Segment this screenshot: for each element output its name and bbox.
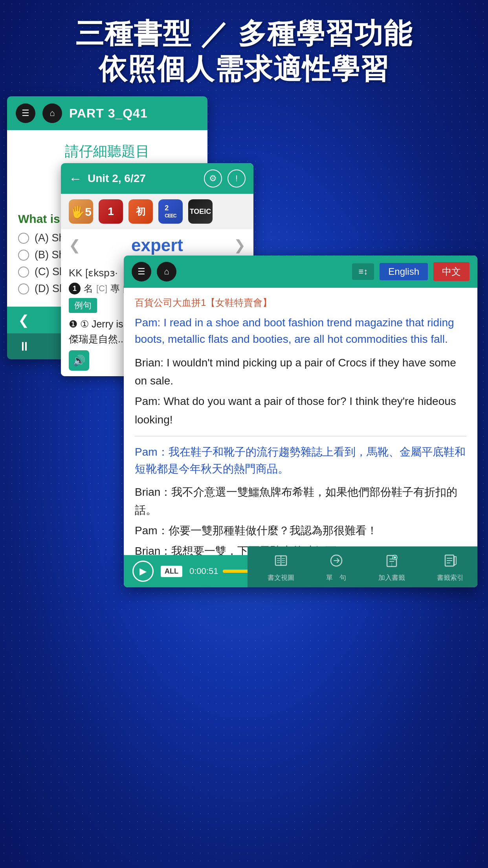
toolbar-item-bookmark[interactable]: 加入書籤 (378, 554, 405, 582)
reading-body: 百貨公司大血拼1【女鞋特賣會】 Pam: I read in a shoe an… (124, 288, 477, 555)
reading-panel: ☰ ⌂ ≡↕ English 中文 百貨公司大血拼1【女鞋特賣會】 Pam: I… (124, 256, 477, 587)
reading-en-pam2: Pam: What do you want a pair of those fo… (135, 392, 466, 428)
radio-b[interactable] (18, 250, 29, 261)
title-line2: 依照個人需求適性學習 (0, 51, 488, 86)
radio-c[interactable] (18, 267, 29, 278)
badge-toeic[interactable]: TOEIC (188, 199, 213, 224)
radio-a[interactable] (18, 233, 29, 244)
audio-label: ALL (161, 566, 182, 577)
bookmark-label: 加入書籤 (378, 574, 405, 582)
list-icon[interactable]: ☰ (16, 103, 35, 123)
pos-num: 1 (69, 283, 81, 294)
quiz-header: ☰ ⌂ PART 3_Q41 (7, 96, 207, 130)
play-button[interactable]: ▶ (132, 561, 154, 582)
quiz-listen: 請仔細聽題目 (18, 142, 196, 161)
dict-icons: 🖐5 1 初 2CEEC TOEIC (61, 194, 253, 229)
home-icon[interactable]: ⌂ (42, 103, 62, 123)
unit-title: Unit 2, 6/27 (88, 172, 198, 185)
reading-en-brian1: Brian: I wouldn't mind picking up a pair… (135, 354, 466, 390)
prev-button[interactable]: ❮ (18, 312, 29, 328)
bookview-icon (274, 554, 288, 571)
title-area: 三種書型 ／ 多種學習功能 依照個人需求適性學習 (0, 16, 488, 86)
reading-home-icon[interactable]: ⌂ (157, 262, 176, 281)
bookmark-index-icon (443, 554, 457, 571)
toolbar-item-bookview[interactable]: 書文視圖 (268, 554, 294, 582)
toolbar-item-bookmark-index[interactable]: 書籤索引 (437, 554, 464, 582)
radio-d[interactable] (18, 283, 29, 294)
dict-header: ← Unit 2, 6/27 ⚙ ! (61, 163, 253, 194)
prev-word-button[interactable]: ❮ (69, 237, 81, 254)
example-num: ❶ (69, 318, 80, 329)
lang-switch-button[interactable]: ≡↕ (352, 263, 374, 280)
chinese-lang-button[interactable]: 中文 (433, 262, 470, 281)
sound-button[interactable]: 🔊 (69, 350, 89, 371)
reading-list-icon[interactable]: ☰ (132, 262, 151, 281)
pos-meaning: 專 (110, 282, 120, 295)
info-icon[interactable]: ! (227, 169, 246, 188)
badge-1[interactable]: 1 (99, 199, 123, 224)
pos-bracket: [C] (96, 283, 107, 294)
pause-button[interactable]: ⏸ (18, 339, 31, 354)
badge-2[interactable]: 2CEEC (158, 199, 183, 224)
next-word-button[interactable]: ❯ (234, 237, 246, 254)
bookmark-icon (385, 554, 399, 571)
bookmark-index-label: 書籤索引 (437, 574, 464, 582)
reading-en-pam: Pam: I read in a shoe and boot fashion t… (135, 314, 466, 348)
single-label: 單 句 (326, 574, 346, 582)
badge-init[interactable]: 初 (128, 199, 153, 224)
settings-icon[interactable]: ⚙ (204, 169, 222, 188)
bookview-label: 書文視圖 (268, 574, 294, 582)
title-line1: 三種書型 ／ 多種學習功能 (0, 16, 488, 51)
divider (135, 436, 466, 436)
toolbar-item-single[interactable]: 單 句 (326, 554, 346, 582)
pos-label: 名 (84, 282, 93, 295)
badge-hand[interactable]: 🖐5 (69, 199, 93, 224)
reading-zh-pam: Pam：我在鞋子和靴子的流行趨勢雜誌上看到，馬靴、金屬平底鞋和短靴都是今年秋天的… (135, 443, 466, 478)
single-icon (329, 554, 343, 571)
back-button[interactable]: ← (69, 171, 82, 186)
reading-subtitle: 百貨公司大血拼1【女鞋特賣會】 (135, 296, 466, 309)
audio-current-time: 0:00:51 (189, 566, 218, 576)
english-lang-button[interactable]: English (380, 263, 428, 280)
word-display: expert (81, 235, 234, 255)
reading-zh-pam2: Pam：你要一雙那種鞋做什麼？我認為那很難看！ (135, 522, 466, 540)
reading-zh-brian1: Brian：我不介意選一雙鱷魚牌布希鞋，如果他們部份鞋子有折扣的話。 (135, 483, 466, 519)
quiz-title: PART 3_Q41 (69, 106, 148, 121)
bottom-toolbar: 書文視圖 單 句 (248, 546, 477, 587)
example-tag: 例句 (69, 298, 97, 313)
reading-header: ☰ ⌂ ≡↕ English 中文 (124, 256, 477, 288)
